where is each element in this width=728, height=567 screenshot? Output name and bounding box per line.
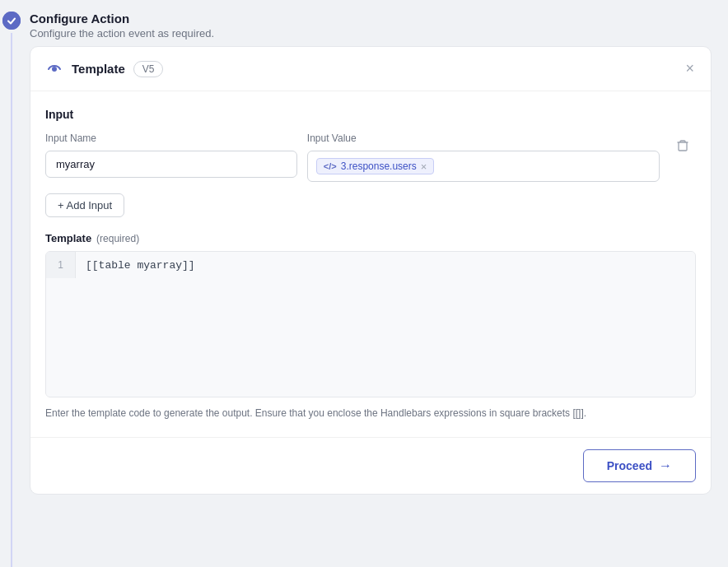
template-helper-text: Enter the template code to generate the …: [45, 406, 696, 421]
proceed-label: Proceed: [607, 459, 652, 472]
add-input-label: + Add Input: [58, 199, 112, 211]
proceed-arrow-icon: →: [659, 458, 672, 473]
svg-point-0: [2, 12, 21, 30]
input-section-label: Input: [45, 108, 696, 121]
close-button[interactable]: ×: [684, 58, 696, 79]
required-label: (required): [96, 233, 139, 244]
input-name-col-label: Input Name: [45, 132, 297, 144]
code-editor-empty-area[interactable]: [46, 281, 695, 397]
proceed-button[interactable]: Proceed →: [583, 449, 696, 482]
input-tag: </> 3.response.users ×: [316, 158, 435, 174]
template-section: Template (required) 1 [[table myarray]]: [45, 232, 696, 421]
page-container: Configure Action Configure the action ev…: [0, 0, 728, 567]
page-title: Configure Action: [30, 12, 712, 26]
add-input-button[interactable]: + Add Input: [45, 193, 124, 217]
page-subtitle: Configure the action event as required.: [30, 27, 712, 40]
section-header: Configure Action Configure the action ev…: [30, 8, 712, 41]
card-header-left: Template V5: [45, 60, 163, 78]
input-value-col: Input Value </> 3.response.users ×: [307, 132, 660, 182]
main-content: Configure Action Configure the action ev…: [23, 0, 728, 567]
card-header: Template V5 ×: [30, 47, 711, 91]
input-row: Input Name Input Value </> 3.response.us…: [45, 132, 696, 182]
input-name-col: Input Name: [45, 132, 297, 178]
trash-icon: [676, 139, 689, 152]
main-card: Template V5 × Input Input Name: [30, 46, 712, 495]
tag-remove-button[interactable]: ×: [421, 161, 427, 172]
template-icon: [45, 60, 63, 78]
card-body: Input Input Name Input Value </> 3.re: [30, 91, 711, 437]
template-section-header: Template (required): [45, 232, 696, 244]
tag-text: 3.response.users: [341, 160, 417, 172]
line-number-1: 1: [46, 252, 76, 278]
step-line: [11, 33, 12, 567]
code-editor[interactable]: 1 [[table myarray]]: [45, 251, 696, 397]
code-content-1: [[table myarray]]: [76, 252, 695, 281]
delete-input-button[interactable]: [670, 134, 696, 157]
tag-code-icon: </>: [324, 161, 337, 171]
template-section-title: Template: [45, 232, 91, 244]
left-rail: [0, 0, 23, 567]
step-icon: [2, 12, 21, 30]
input-value-col-label: Input Value: [307, 132, 660, 144]
input-value-field[interactable]: </> 3.response.users ×: [307, 151, 660, 182]
code-line-1: 1 [[table myarray]]: [46, 252, 695, 281]
input-name-field[interactable]: [45, 151, 297, 178]
input-action-col: [670, 132, 696, 157]
code-text: [[table myarray]]: [86, 259, 195, 272]
version-badge: V5: [133, 61, 164, 77]
svg-point-1: [52, 67, 57, 72]
card-footer: Proceed →: [30, 437, 711, 494]
template-label: Template: [72, 62, 125, 76]
